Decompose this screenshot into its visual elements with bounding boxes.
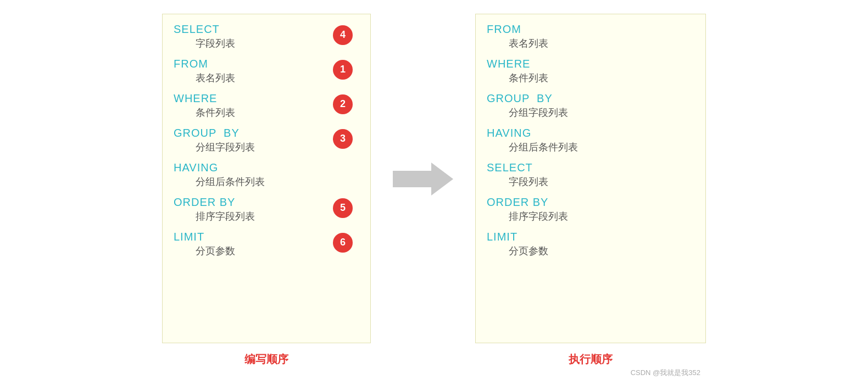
keyword-orderby-right: ORDER BY <box>487 196 689 209</box>
badge-4: 4 <box>333 25 353 45</box>
keyword-groupby-right: GROUP BY <box>487 92 689 105</box>
keyword-from-left: FROM <box>174 58 343 70</box>
right-row-select: SELECT 字段列表 <box>487 161 689 193</box>
sub-select-right: 字段列表 <box>509 175 689 188</box>
sub-having-left: 分组后条件列表 <box>196 175 343 188</box>
right-row-from: FROM 表名列表 <box>487 23 689 54</box>
right-row-where: WHERE 条件列表 <box>487 58 689 89</box>
keyword-limit-left: LIMIT <box>174 231 343 243</box>
sub-from-left: 表名列表 <box>196 71 343 85</box>
left-row-having: HAVING 分组后条件列表 <box>174 161 343 193</box>
sub-groupby-right: 分组字段列表 <box>509 106 689 119</box>
sub-select-left: 字段列表 <box>196 37 343 50</box>
sub-where-left: 条件列表 <box>196 106 343 119</box>
left-row-select: SELECT 字段列表 4 <box>174 23 343 54</box>
svg-marker-0 <box>393 163 453 195</box>
badge-1: 1 <box>333 60 353 80</box>
sub-from-right: 表名列表 <box>509 37 689 50</box>
badge-5: 5 <box>333 198 353 218</box>
left-row-orderby: ORDER BY 排序字段列表 5 <box>174 196 343 227</box>
badge-2: 2 <box>333 94 353 114</box>
arrow-container <box>387 160 459 198</box>
sub-where-right: 条件列表 <box>509 71 689 85</box>
right-panel: FROM 表名列表 WHERE 条件列表 GROUP BY 分组字段列表 HAV… <box>475 14 706 343</box>
left-row-from: FROM 表名列表 1 <box>174 58 343 89</box>
left-panel-label: 编写顺序 <box>244 352 288 367</box>
keyword-having-right: HAVING <box>487 127 689 139</box>
right-panel-label: 执行顺序 <box>569 352 613 367</box>
right-panel-wrapper: FROM 表名列表 WHERE 条件列表 GROUP BY 分组字段列表 HAV… <box>475 14 706 367</box>
sub-limit-right: 分页参数 <box>509 244 689 258</box>
left-panel: SELECT 字段列表 4 FROM 表名列表 1 WHERE 条件列表 2 G… <box>162 14 371 343</box>
sub-limit-left: 分页参数 <box>196 244 343 258</box>
main-container: SELECT 字段列表 4 FROM 表名列表 1 WHERE 条件列表 2 G… <box>0 0 868 380</box>
right-row-having: HAVING 分组后条件列表 <box>487 127 689 158</box>
arrow-icon <box>393 160 453 198</box>
keyword-where-left: WHERE <box>174 92 343 105</box>
keyword-from-right: FROM <box>487 23 689 36</box>
right-row-groupby: GROUP BY 分组字段列表 <box>487 92 689 124</box>
keyword-groupby-left: GROUP BY <box>174 127 343 139</box>
keyword-orderby-left: ORDER BY <box>174 196 343 209</box>
watermark: CSDN @我就是我352 <box>631 368 700 378</box>
right-row-orderby: ORDER BY 排序字段列表 <box>487 196 689 227</box>
sub-groupby-left: 分组字段列表 <box>196 141 343 154</box>
right-row-limit: LIMIT 分页参数 <box>487 231 689 262</box>
sub-orderby-left: 排序字段列表 <box>196 210 343 223</box>
sub-having-right: 分组后条件列表 <box>509 141 689 154</box>
keyword-having-left: HAVING <box>174 161 343 174</box>
keyword-select-right: SELECT <box>487 161 689 174</box>
sub-orderby-right: 排序字段列表 <box>509 210 689 223</box>
keyword-select-left: SELECT <box>174 23 343 36</box>
left-row-groupby: GROUP BY 分组字段列表 3 <box>174 127 343 158</box>
keyword-where-right: WHERE <box>487 58 689 70</box>
badge-6: 6 <box>333 233 353 253</box>
badge-3: 3 <box>333 129 353 149</box>
left-row-where: WHERE 条件列表 2 <box>174 92 343 124</box>
keyword-limit-right: LIMIT <box>487 231 689 243</box>
left-panel-wrapper: SELECT 字段列表 4 FROM 表名列表 1 WHERE 条件列表 2 G… <box>162 14 371 367</box>
left-row-limit: LIMIT 分页参数 6 <box>174 231 343 262</box>
